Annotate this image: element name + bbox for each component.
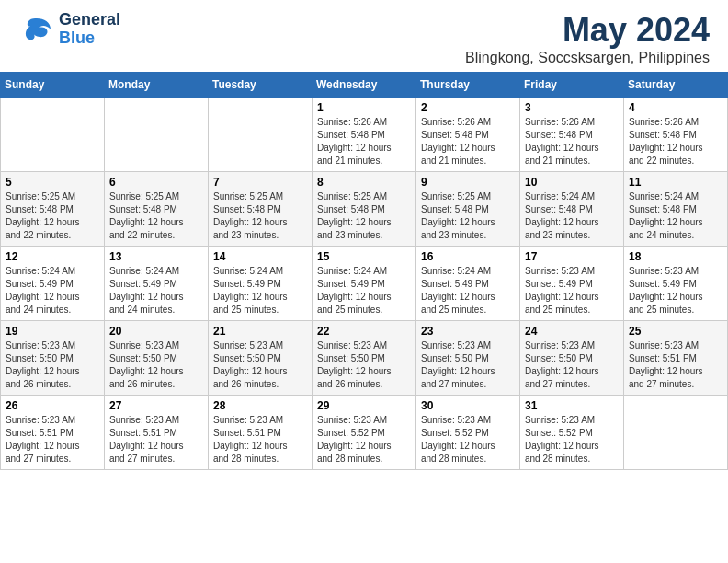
day-number: 25 <box>629 325 722 338</box>
day-number: 29 <box>317 399 411 412</box>
calendar-cell: 7Sunrise: 5:25 AM Sunset: 5:48 PM Daylig… <box>209 172 313 247</box>
calendar-cell: 28Sunrise: 5:23 AM Sunset: 5:51 PM Dayli… <box>209 396 313 470</box>
day-number: 2 <box>421 101 515 114</box>
day-info: Sunrise: 5:24 AM Sunset: 5:49 PM Dayligh… <box>109 265 203 316</box>
calendar-cell: 19Sunrise: 5:23 AM Sunset: 5:50 PM Dayli… <box>1 321 105 396</box>
calendar-cell <box>1 98 105 172</box>
calendar-cell <box>209 98 313 172</box>
day-info: Sunrise: 5:23 AM Sunset: 5:50 PM Dayligh… <box>109 339 203 391</box>
calendar-cell <box>624 396 728 470</box>
calendar-cell: 30Sunrise: 5:23 AM Sunset: 5:52 PM Dayli… <box>416 396 520 470</box>
calendar-cell: 9Sunrise: 5:25 AM Sunset: 5:48 PM Daylig… <box>416 172 520 247</box>
location-title: Blingkong, Soccsksargen, Philippines <box>465 50 710 66</box>
day-info: Sunrise: 5:24 AM Sunset: 5:48 PM Dayligh… <box>525 190 619 242</box>
calendar-cell: 14Sunrise: 5:24 AM Sunset: 5:49 PM Dayli… <box>209 247 313 321</box>
weekday-header-thursday: Thursday <box>416 73 520 98</box>
day-number: 17 <box>525 250 619 263</box>
calendar-cell: 11Sunrise: 5:24 AM Sunset: 5:48 PM Dayli… <box>624 172 728 247</box>
day-info: Sunrise: 5:24 AM Sunset: 5:49 PM Dayligh… <box>317 265 411 316</box>
calendar-cell: 8Sunrise: 5:25 AM Sunset: 5:48 PM Daylig… <box>313 172 416 247</box>
calendar-week-row: 1Sunrise: 5:26 AM Sunset: 5:48 PM Daylig… <box>1 98 728 172</box>
day-info: Sunrise: 5:23 AM Sunset: 5:49 PM Dayligh… <box>629 265 722 316</box>
day-number: 12 <box>6 250 99 263</box>
day-info: Sunrise: 5:26 AM Sunset: 5:48 PM Dayligh… <box>525 116 619 167</box>
day-number: 4 <box>629 101 722 114</box>
calendar-cell: 26Sunrise: 5:23 AM Sunset: 5:51 PM Dayli… <box>1 396 105 470</box>
day-info: Sunrise: 5:24 AM Sunset: 5:49 PM Dayligh… <box>421 265 515 316</box>
month-title: May 2024 <box>465 11 710 50</box>
day-info: Sunrise: 5:26 AM Sunset: 5:48 PM Dayligh… <box>421 116 515 167</box>
calendar-cell: 24Sunrise: 5:23 AM Sunset: 5:50 PM Dayli… <box>520 321 624 396</box>
calendar-cell: 4Sunrise: 5:26 AM Sunset: 5:48 PM Daylig… <box>624 98 728 172</box>
day-number: 21 <box>213 325 307 338</box>
calendar-cell: 10Sunrise: 5:24 AM Sunset: 5:48 PM Dayli… <box>520 172 624 247</box>
calendar-cell: 13Sunrise: 5:24 AM Sunset: 5:49 PM Dayli… <box>105 247 209 321</box>
logo-text: General Blue <box>59 11 120 48</box>
day-info: Sunrise: 5:24 AM Sunset: 5:49 PM Dayligh… <box>6 265 99 316</box>
logo-general: General <box>59 11 120 29</box>
calendar-cell: 23Sunrise: 5:23 AM Sunset: 5:50 PM Dayli… <box>416 321 520 396</box>
calendar-cell: 22Sunrise: 5:23 AM Sunset: 5:50 PM Dayli… <box>313 321 416 396</box>
day-number: 31 <box>525 399 619 412</box>
calendar-cell: 31Sunrise: 5:23 AM Sunset: 5:52 PM Dayli… <box>520 396 624 470</box>
day-number: 3 <box>525 101 619 114</box>
weekday-header-row: SundayMondayTuesdayWednesdayThursdayFrid… <box>1 73 728 98</box>
logo: General Blue <box>18 11 120 48</box>
page-header: General Blue May 2024 Blingkong, Soccsks… <box>0 0 728 72</box>
day-info: Sunrise: 5:23 AM Sunset: 5:50 PM Dayligh… <box>6 339 99 391</box>
calendar-cell: 15Sunrise: 5:24 AM Sunset: 5:49 PM Dayli… <box>313 247 416 321</box>
calendar-cell: 17Sunrise: 5:23 AM Sunset: 5:49 PM Dayli… <box>520 247 624 321</box>
day-number: 22 <box>317 325 411 338</box>
day-info: Sunrise: 5:25 AM Sunset: 5:48 PM Dayligh… <box>213 190 307 242</box>
day-number: 1 <box>317 101 411 114</box>
day-number: 11 <box>629 176 722 189</box>
calendar-cell: 29Sunrise: 5:23 AM Sunset: 5:52 PM Dayli… <box>313 396 416 470</box>
day-number: 28 <box>213 399 307 412</box>
logo-icon <box>18 11 55 48</box>
day-number: 26 <box>6 399 99 412</box>
day-info: Sunrise: 5:24 AM Sunset: 5:48 PM Dayligh… <box>629 190 722 242</box>
day-info: Sunrise: 5:23 AM Sunset: 5:52 PM Dayligh… <box>525 414 619 465</box>
weekday-header-sunday: Sunday <box>1 73 105 98</box>
day-number: 10 <box>525 176 619 189</box>
calendar-cell: 5Sunrise: 5:25 AM Sunset: 5:48 PM Daylig… <box>1 172 105 247</box>
calendar-cell: 12Sunrise: 5:24 AM Sunset: 5:49 PM Dayli… <box>1 247 105 321</box>
day-info: Sunrise: 5:23 AM Sunset: 5:51 PM Dayligh… <box>6 414 99 465</box>
day-info: Sunrise: 5:23 AM Sunset: 5:50 PM Dayligh… <box>213 339 307 391</box>
day-info: Sunrise: 5:25 AM Sunset: 5:48 PM Dayligh… <box>109 190 203 242</box>
calendar-cell: 6Sunrise: 5:25 AM Sunset: 5:48 PM Daylig… <box>105 172 209 247</box>
day-number: 8 <box>317 176 411 189</box>
title-block: May 2024 Blingkong, Soccsksargen, Philip… <box>465 11 710 66</box>
day-number: 15 <box>317 250 411 263</box>
day-number: 14 <box>213 250 307 263</box>
calendar-cell <box>105 98 209 172</box>
day-info: Sunrise: 5:26 AM Sunset: 5:48 PM Dayligh… <box>629 116 722 167</box>
day-info: Sunrise: 5:25 AM Sunset: 5:48 PM Dayligh… <box>6 190 99 242</box>
day-info: Sunrise: 5:25 AM Sunset: 5:48 PM Dayligh… <box>317 190 411 242</box>
day-info: Sunrise: 5:23 AM Sunset: 5:52 PM Dayligh… <box>317 414 411 465</box>
calendar-cell: 2Sunrise: 5:26 AM Sunset: 5:48 PM Daylig… <box>416 98 520 172</box>
day-number: 27 <box>109 399 203 412</box>
day-info: Sunrise: 5:23 AM Sunset: 5:51 PM Dayligh… <box>213 414 307 465</box>
calendar-cell: 18Sunrise: 5:23 AM Sunset: 5:49 PM Dayli… <box>624 247 728 321</box>
day-number: 19 <box>6 325 99 338</box>
day-info: Sunrise: 5:23 AM Sunset: 5:49 PM Dayligh… <box>525 265 619 316</box>
day-number: 20 <box>109 325 203 338</box>
weekday-header-friday: Friday <box>520 73 624 98</box>
weekday-header-tuesday: Tuesday <box>209 73 313 98</box>
day-info: Sunrise: 5:24 AM Sunset: 5:49 PM Dayligh… <box>213 265 307 316</box>
calendar-cell: 1Sunrise: 5:26 AM Sunset: 5:48 PM Daylig… <box>313 98 416 172</box>
day-number: 7 <box>213 176 307 189</box>
day-info: Sunrise: 5:26 AM Sunset: 5:48 PM Dayligh… <box>317 116 411 167</box>
day-number: 9 <box>421 176 515 189</box>
weekday-header-wednesday: Wednesday <box>313 73 416 98</box>
weekday-header-saturday: Saturday <box>624 73 728 98</box>
day-number: 6 <box>109 176 203 189</box>
day-info: Sunrise: 5:23 AM Sunset: 5:51 PM Dayligh… <box>109 414 203 465</box>
day-info: Sunrise: 5:25 AM Sunset: 5:48 PM Dayligh… <box>421 190 515 242</box>
calendar-cell: 21Sunrise: 5:23 AM Sunset: 5:50 PM Dayli… <box>209 321 313 396</box>
calendar-cell: 3Sunrise: 5:26 AM Sunset: 5:48 PM Daylig… <box>520 98 624 172</box>
day-number: 30 <box>421 399 515 412</box>
logo-blue: Blue <box>59 29 120 48</box>
day-number: 13 <box>109 250 203 263</box>
